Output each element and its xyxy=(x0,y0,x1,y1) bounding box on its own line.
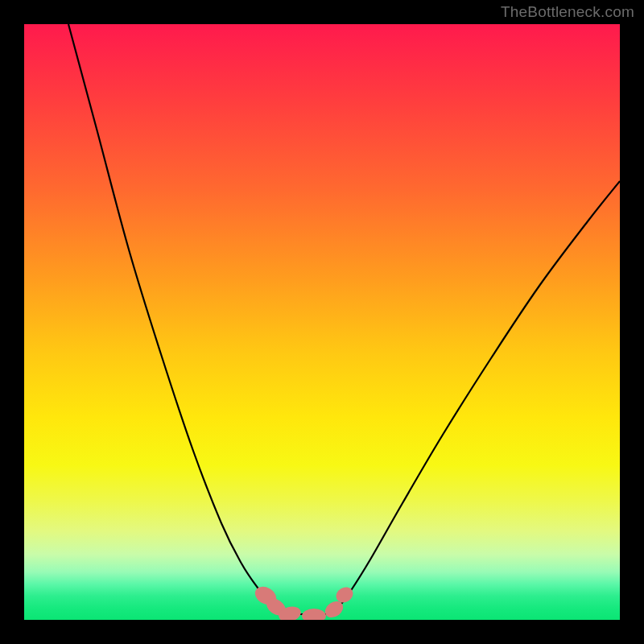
left-curve xyxy=(68,24,286,614)
chart-svg xyxy=(24,24,620,620)
watermark-text: TheBottleneck.com xyxy=(501,3,634,21)
right-curve xyxy=(330,181,620,614)
chart-frame xyxy=(24,24,620,620)
valley-markers xyxy=(252,583,356,620)
floor-marker-2 xyxy=(302,609,326,620)
